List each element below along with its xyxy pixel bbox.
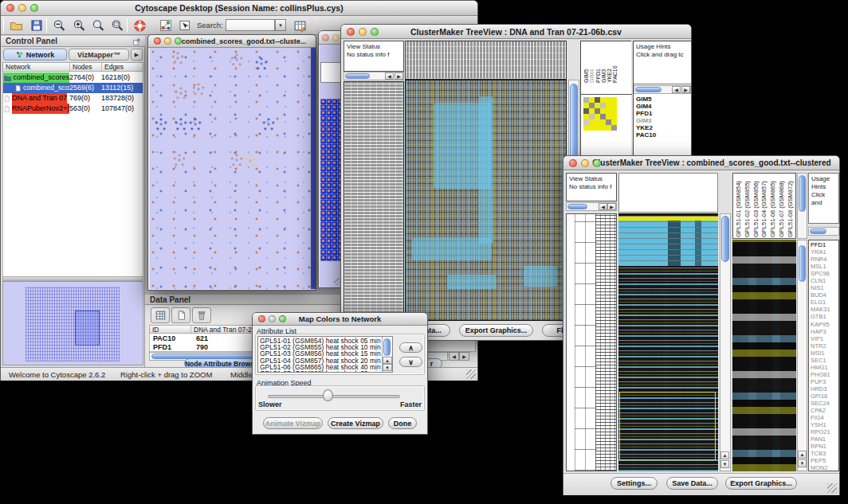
gene-dendrogram[interactable] — [344, 81, 404, 321]
dialog-title-bar[interactable]: Map Colors to Network — [253, 313, 427, 326]
matrix-cell[interactable] — [606, 108, 611, 114]
gene-label[interactable]: CLN1 — [811, 277, 839, 284]
column-label[interactable]: GPL51-02 (GSM855) — [744, 174, 752, 237]
gene-label[interactable]: PFD1 — [636, 110, 690, 117]
zoom-button[interactable] — [593, 159, 601, 167]
close-button[interactable] — [6, 4, 14, 12]
scroll-right-button[interactable]: ▶ — [681, 86, 690, 93]
status-hscrollbar[interactable]: ◀ ▶ — [344, 72, 404, 80]
matrix-cell[interactable] — [611, 103, 617, 108]
move-down-button[interactable]: ∨ — [399, 357, 422, 367]
birdseye-view[interactable] — [2, 281, 143, 365]
scroll-down-button[interactable]: ▼ — [798, 459, 807, 467]
gene-label[interactable]: SEC1 — [811, 357, 839, 364]
matrix-cell[interactable] — [606, 125, 611, 131]
zoom-fit-button[interactable] — [89, 18, 107, 33]
gene-label[interactable]: BUD4 — [811, 291, 839, 299]
delete-attribute-button[interactable] — [192, 307, 211, 323]
array-dendrogram[interactable] — [405, 41, 567, 80]
network-row-rnapuber[interactable]: RNAPuberNov2+| 563(0) 107847(0) — [3, 104, 143, 114]
heatmap-selection-rect[interactable] — [619, 392, 716, 460]
window-resize-grip[interactable] — [466, 369, 476, 379]
minimize-button[interactable] — [332, 34, 340, 41]
gene-label[interactable]: PFD1 — [811, 241, 839, 248]
scrollbar-thumb[interactable] — [345, 73, 370, 79]
scroll-down-button[interactable]: ▼ — [383, 364, 392, 371]
create-vizmap-button[interactable]: Create Vizmap — [328, 417, 383, 429]
zoom-vscrollbar[interactable]: ▲ ▼ — [797, 240, 807, 471]
main-title-bar[interactable]: Cytoscape Desktop (Session Name: collins… — [1, 1, 477, 16]
column-label[interactable]: GPL51-06 (GSM865) — [769, 174, 778, 237]
gene-label[interactable]: VIP1 — [811, 335, 839, 342]
save-session-button[interactable] — [28, 18, 45, 33]
column-label[interactable]: GPL51-04 (GSM857) — [760, 174, 769, 237]
zoom-out-button[interactable] — [50, 18, 68, 33]
gene-label[interactable]: MSI1 — [811, 350, 839, 357]
open-session-button[interactable] — [7, 18, 25, 33]
gene-label[interactable]: PEP5 — [811, 457, 839, 464]
gene-label[interactable]: RPN1 — [811, 443, 839, 450]
scroll-left-button[interactable]: ◀ — [449, 352, 459, 361]
hidden-window-canvas[interactable] — [320, 45, 343, 287]
matrix-cell[interactable] — [583, 97, 589, 103]
select-attributes-button[interactable] — [151, 307, 170, 323]
window-resize-grip[interactable] — [827, 483, 837, 493]
usage-hscrollbar[interactable] — [808, 227, 839, 236]
matrix-cell[interactable] — [583, 108, 589, 114]
scroll-up-button[interactable]: ▲ — [720, 451, 729, 459]
global-vscrollbar[interactable]: ▲ ▼ — [720, 213, 731, 471]
matrix-cell[interactable] — [595, 97, 600, 103]
gene-label[interactable]: GIM5 — [636, 96, 690, 103]
tab-overflow-button[interactable]: ▶ — [131, 49, 143, 61]
heatmap-global-view[interactable] — [405, 80, 567, 321]
network-row-selected[interactable]: combined_sco 2569(6) 13112(15) — [3, 83, 143, 93]
column-header-network[interactable]: Network — [3, 63, 70, 71]
gene-label[interactable]: TCB3 — [811, 450, 839, 457]
save-data-button[interactable]: Save Data... — [666, 477, 718, 490]
network-canvas[interactable] — [150, 48, 311, 289]
zoom-button[interactable] — [175, 37, 182, 45]
gene-label[interactable]: GIM4 — [636, 103, 690, 110]
matrix-cell[interactable] — [583, 114, 589, 119]
treeview1-title-bar[interactable]: ClusterMaker TreeView : DNA and Tran 07-… — [341, 25, 691, 39]
search-dropdown-button[interactable]: ▼ — [275, 19, 286, 31]
animation-speed-slider-track[interactable] — [268, 395, 400, 398]
matrix-cell[interactable] — [595, 103, 600, 108]
column-label[interactable]: PAC10 — [612, 43, 618, 83]
matrix-cell[interactable] — [606, 97, 611, 103]
gene-label[interactable]: KAP95 — [811, 321, 839, 328]
matrix-cell[interactable] — [606, 114, 611, 119]
scroll-right-button[interactable]: ▶ — [395, 72, 403, 80]
matrix-cell[interactable] — [611, 125, 617, 131]
gene-label[interactable]: SPC98 — [811, 270, 839, 277]
scroll-up-button[interactable]: ▲ — [383, 357, 392, 364]
column-label[interactable]: GPL51-07 (GSM868) — [778, 174, 787, 237]
scroll-left-button[interactable]: ◀ — [385, 72, 394, 80]
column-header-edges[interactable]: Edges — [102, 63, 143, 71]
column-label[interactable]: PFD1 — [595, 43, 601, 83]
gene-label[interactable]: GIM3 — [636, 117, 690, 124]
zoom-button[interactable] — [371, 28, 379, 36]
scroll-right-button[interactable]: ▶ — [459, 352, 469, 361]
matrix-cell[interactable] — [583, 119, 589, 125]
scroll-right-button[interactable]: ▶ — [607, 203, 616, 210]
matrix-cell[interactable] — [600, 97, 606, 103]
done-button[interactable]: Done — [388, 417, 417, 429]
usage-hscrollbar[interactable]: ◀ ▶ — [634, 85, 691, 94]
label-vscrollbar[interactable] — [797, 173, 807, 239]
gene-label[interactable]: GPI16 — [811, 393, 839, 400]
gene-label[interactable]: YSH1 — [811, 421, 839, 428]
column-label[interactable]: GPL51-01 (GSM854) — [735, 174, 744, 237]
gene-label[interactable]: NTR2 — [811, 342, 839, 350]
settings-button[interactable]: Settings... — [610, 477, 658, 490]
gene-label[interactable]: MAK31 — [811, 306, 839, 313]
birdseye-viewport-rect[interactable] — [75, 311, 100, 346]
gene-label[interactable]: HAP3 — [811, 328, 839, 335]
minimize-button[interactable] — [269, 315, 276, 322]
attribute-item[interactable]: GPL51-07 (GSM868) heat shock 60 min — [258, 370, 382, 373]
gene-label[interactable]: MON2 — [811, 464, 839, 471]
annotation-mode-button[interactable] — [176, 18, 194, 33]
heatmap-global-view[interactable] — [618, 213, 718, 471]
matrix-cell[interactable] — [589, 103, 595, 108]
scrollbar-thumb[interactable] — [635, 87, 662, 92]
